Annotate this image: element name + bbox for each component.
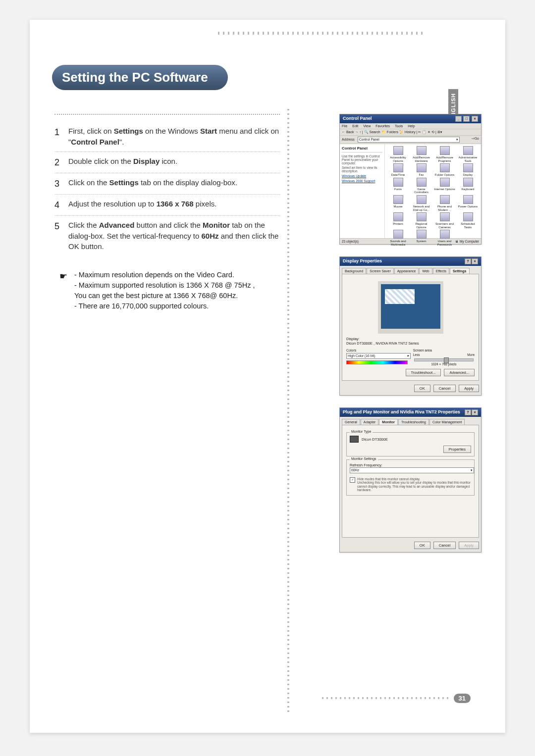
close-icon[interactable]: ×: [472, 116, 478, 122]
close-icon[interactable]: ×: [472, 409, 478, 415]
tab[interactable]: Color Management: [429, 419, 465, 425]
advanced-button[interactable]: Advanced...: [444, 369, 475, 376]
cp-item-label: Administrative Tools: [457, 156, 479, 162]
control-panel-item[interactable]: Mouse: [387, 195, 409, 211]
cp-item-icon: [393, 163, 403, 172]
tab[interactable]: Screen Saver: [367, 268, 393, 274]
cp-item-icon: [417, 178, 427, 187]
tabs: Background Screen Saver Appearance Web E…: [340, 266, 481, 274]
menu-item[interactable]: Help: [408, 124, 415, 128]
cp-item-icon: [463, 146, 473, 155]
instructions-column: 1 First, click on Settings on the Window…: [54, 114, 280, 311]
menu-item[interactable]: Edit: [352, 124, 358, 128]
cp-item-label: Regional Options: [410, 222, 432, 229]
display-label: Display:: [346, 337, 475, 341]
step: 4 Adjust the resolution up to 1366 x 768…: [54, 195, 280, 216]
cp-item-label: Fonts: [387, 188, 409, 191]
menu-item[interactable]: View: [363, 124, 371, 128]
control-panel-item[interactable]: Internet Options: [433, 178, 456, 194]
toolbar[interactable]: ← Back → ↑ | 🔍 Search 📁 Folders 📜 Histor…: [340, 129, 481, 136]
apply-button[interactable]: Apply: [459, 385, 479, 392]
control-panel-item[interactable]: Power Options: [457, 195, 479, 211]
menu-item[interactable]: Tools: [395, 124, 403, 128]
hide-modes-checkbox[interactable]: ✓: [350, 477, 355, 483]
cp-item-label: Folder Options: [433, 173, 456, 177]
step: 1 First, click on Settings on the Window…: [54, 122, 280, 152]
control-panel-item[interactable]: Administrative Tools: [457, 146, 479, 162]
ok-button[interactable]: OK: [414, 542, 430, 549]
control-panel-item[interactable]: Regional Options: [410, 212, 432, 229]
control-panel-item[interactable]: Date/Time: [387, 163, 409, 177]
resolution-slider[interactable]: [414, 358, 474, 361]
ok-button[interactable]: OK: [414, 385, 430, 392]
control-panel-item[interactable]: Printers: [387, 212, 409, 229]
control-panel-item[interactable]: Game Controllers: [410, 178, 432, 194]
control-panel-item[interactable]: Sounds and Multimedia: [387, 230, 409, 246]
control-panel-item[interactable]: Scanners and Cameras: [433, 212, 456, 229]
cp-item-icon: [463, 195, 473, 204]
cp-item-icon: [440, 212, 450, 221]
cancel-button[interactable]: Cancel: [433, 385, 456, 392]
control-panel-item[interactable]: Add/Remove Hardware: [410, 146, 432, 162]
troubleshoot-button[interactable]: Troubleshoot...: [406, 369, 441, 376]
control-panel-item[interactable]: Fonts: [387, 178, 409, 194]
cp-item-label: Accessibility Options: [387, 156, 409, 162]
control-panel-item[interactable]: Folder Options: [433, 163, 456, 177]
control-panel-item[interactable]: Users and Passwords: [433, 230, 456, 246]
control-panel-item[interactable]: Fax: [410, 163, 432, 177]
properties-button[interactable]: Properties: [443, 446, 471, 453]
tab-active[interactable]: Monitor: [379, 419, 398, 425]
cp-item-icon: [463, 178, 473, 187]
section-title-bar: Setting the PC Software: [52, 64, 228, 90]
menu-item[interactable]: Favorites: [375, 124, 390, 128]
cp-item-icon: [440, 178, 450, 187]
tab[interactable]: Background: [342, 268, 366, 274]
tab[interactable]: General: [342, 419, 360, 425]
cp-item-icon: [440, 163, 450, 172]
cp-item-icon: [440, 195, 450, 204]
menu-item[interactable]: File: [342, 124, 347, 128]
control-panel-item[interactable]: Add/Remove Programs: [433, 146, 456, 162]
control-panel-icons: Accessibility OptionsAdd/Remove Hardware…: [385, 144, 481, 238]
close-icon[interactable]: ×: [472, 258, 478, 264]
window-buttons: _ □ ×: [455, 116, 478, 122]
help-icon[interactable]: ?: [465, 409, 471, 415]
cancel-button[interactable]: Cancel: [433, 542, 456, 549]
help-icon[interactable]: ?: [465, 258, 471, 264]
tab[interactable]: Effects: [433, 268, 449, 274]
cp-item-icon: [393, 230, 403, 239]
control-panel-item[interactable]: System: [410, 230, 432, 246]
address-value[interactable]: Control Panel: [359, 138, 379, 142]
sidebar-link[interactable]: Windows Update: [342, 174, 382, 178]
control-panel-item[interactable]: Display: [457, 163, 479, 177]
tab[interactable]: Appearance: [394, 268, 419, 274]
colors-select[interactable]: High Color (16 bit)▾: [346, 353, 411, 359]
go-icon[interactable]: ⇨Go: [472, 137, 479, 141]
cp-item-label: Add/Remove Programs: [433, 156, 456, 162]
monitor-properties-dialog: Plug and Play Monitor and NVidia Riva TN…: [339, 407, 482, 553]
menubar: File Edit View Favorites Tools Help: [340, 123, 481, 129]
control-panel-item[interactable]: Accessibility Options: [387, 146, 409, 162]
display-value: Dicon DT3000E , NVIDIA RIVA TNT2 Series: [346, 341, 475, 346]
tab[interactable]: Troubleshooting: [398, 419, 429, 425]
control-panel-item[interactable]: Keyboard: [457, 178, 479, 194]
refresh-select[interactable]: 60Hz▾: [350, 467, 474, 473]
cp-item-icon: [417, 230, 427, 239]
tab[interactable]: Adapter: [361, 419, 379, 425]
control-panel-item[interactable]: Phone and Modem ...: [433, 195, 456, 211]
cp-item-icon: [393, 146, 403, 155]
minimize-icon[interactable]: _: [455, 116, 462, 122]
maximize-icon[interactable]: □: [463, 116, 470, 122]
cp-item-label: Keyboard: [457, 188, 479, 191]
cp-item-icon: [417, 195, 427, 204]
cp-item-icon: [417, 146, 427, 155]
tab-active[interactable]: Settings: [450, 268, 470, 274]
cp-item-icon: [393, 178, 403, 187]
control-panel-item[interactable]: Scheduled Tasks: [457, 212, 479, 229]
tab[interactable]: Web: [419, 268, 432, 274]
control-panel-item[interactable]: Network and Dial-up Co...: [410, 195, 432, 211]
control-panel-window: Control Panel _ □ × File Edit View Favor…: [339, 114, 482, 245]
apply-button[interactable]: Apply: [459, 542, 479, 549]
sidebar-link[interactable]: Windows 2000 Support: [342, 179, 382, 183]
cp-item-label: Users and Passwords: [433, 240, 456, 246]
